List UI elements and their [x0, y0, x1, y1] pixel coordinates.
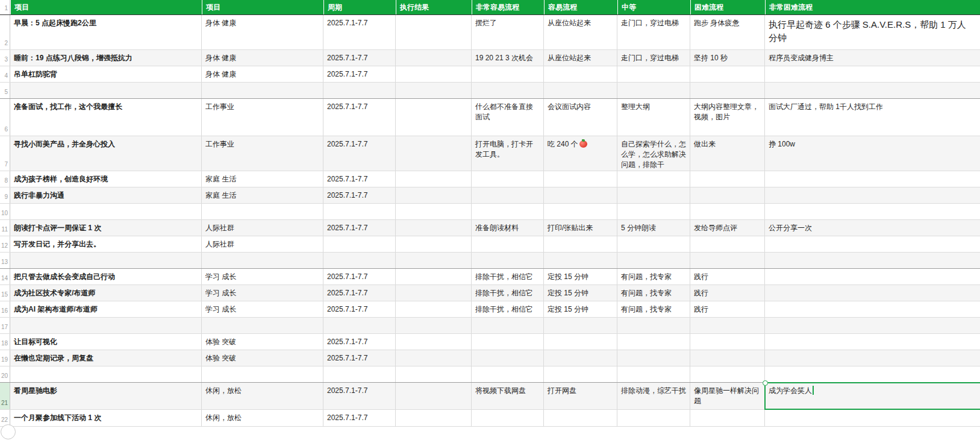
cell-r19-b[interactable]: 体验 突破 [202, 350, 323, 366]
cell-r16-g[interactable]: 有问题，找专家 [617, 301, 690, 317]
cell-r18-a[interactable]: 让目标可视化 [10, 334, 202, 350]
cell-r10-g[interactable] [617, 204, 690, 219]
cell-r22-d[interactable] [396, 410, 472, 426]
cell-r10-f[interactable] [544, 204, 617, 219]
cell-r17-a[interactable] [10, 318, 202, 333]
cell-r20-b[interactable] [202, 366, 323, 382]
cell-r10-b[interactable] [202, 204, 323, 219]
cell-r8-e[interactable] [472, 171, 544, 187]
row-number[interactable]: 14 [0, 269, 10, 284]
cell-r11-c[interactable]: 2025.7.1-7.7 [323, 220, 396, 236]
cell-r7-h[interactable]: 做出来 [690, 136, 765, 171]
cell-r15-h[interactable]: 践行 [690, 285, 765, 301]
cell-r22-c[interactable]: 2025.7.1-7.7 [323, 410, 396, 426]
cell-r7-g[interactable]: 自己探索学什么，怎么学，怎么求助解决问题，排除干 [617, 136, 690, 171]
cell-r4-f[interactable] [544, 66, 617, 82]
cell-r8-b[interactable]: 家庭 生活 [202, 171, 323, 187]
cell-r16-i[interactable] [765, 301, 980, 317]
cell-r16-a[interactable]: 成为AI 架构布道师/布道师 [10, 301, 202, 317]
editing-cell[interactable]: 成为学会笑人 [765, 383, 980, 409]
cell-r18-c[interactable]: 2025.7.1-7.7 [323, 334, 396, 350]
cell-r7-b[interactable]: 工作事业 [202, 136, 323, 171]
cell-r15-i[interactable] [765, 285, 980, 301]
cell-r6-e[interactable]: 什么都不准备直接面试 [472, 99, 544, 136]
cell-r6-c[interactable]: 2025.7.1-7.7 [323, 99, 396, 136]
cell-r8-a[interactable]: 成为孩子榜样，创造良好环境 [10, 171, 202, 187]
cell-r7-i[interactable]: 挣 100w [765, 136, 980, 171]
cell-r17-b[interactable] [202, 318, 323, 333]
cell-r21-c[interactable]: 2025.7.1-7.7 [323, 383, 396, 409]
cell-r12-i[interactable] [765, 236, 980, 252]
cell-r11-b[interactable]: 人际社群 [202, 220, 323, 236]
cell-r11-d[interactable] [396, 220, 472, 236]
cell-r7-a[interactable]: 寻找小而美产品，并全身心投入 [10, 136, 202, 171]
cell-r14-f[interactable]: 定投 15 分钟 [544, 269, 617, 284]
column-header-d[interactable]: 执行结果 [396, 0, 472, 14]
cell-r3-d[interactable] [396, 50, 472, 66]
cell-r9-i[interactable] [765, 187, 980, 203]
cell-r16-h[interactable]: 践行 [690, 301, 765, 317]
cell-r9-c[interactable]: 2025.7.1-7.7 [323, 187, 396, 203]
cell-r20-f[interactable] [544, 366, 617, 382]
cell-r19-i[interactable] [765, 350, 980, 366]
cell-r19-d[interactable] [396, 350, 472, 366]
cell-r18-e[interactable] [472, 334, 544, 350]
cell-r2-f[interactable]: 从座位站起来 [544, 15, 617, 49]
cell-r19-h[interactable] [690, 350, 765, 366]
row-number[interactable]: 9 [0, 187, 10, 203]
cell-r17-d[interactable] [396, 318, 472, 333]
cell-r18-f[interactable] [544, 334, 617, 350]
cell-r20-i[interactable] [765, 366, 980, 382]
cell-r16-d[interactable] [396, 301, 472, 317]
cell-r4-b[interactable]: 身体 健康 [202, 66, 323, 82]
cell-r9-g[interactable] [617, 187, 690, 203]
cell-r9-a[interactable]: 践行非暴力沟通 [10, 187, 202, 203]
cell-r14-h[interactable]: 践行 [690, 269, 765, 284]
cell-r11-h[interactable]: 发给导师点评 [690, 220, 765, 236]
cell-r22-a[interactable]: 一个月聚参加线下活动 1 次 [10, 410, 202, 426]
cell-r18-b[interactable]: 体验 突破 [202, 334, 323, 350]
cell-r11-g[interactable]: 5 分钟朗读 [617, 220, 690, 236]
cell-r14-c[interactable]: 2025.7.1-7.7 [323, 269, 396, 284]
cell-r16-e[interactable]: 排除干扰，相信它 [472, 301, 544, 317]
cell-r13-h[interactable] [690, 253, 765, 268]
column-header-h[interactable]: 困难流程 [690, 0, 765, 14]
column-header-f[interactable]: 容易流程 [544, 0, 617, 14]
cell-r5-b[interactable] [202, 83, 323, 98]
cell-r5-h[interactable] [690, 83, 765, 98]
cell-r2-c[interactable]: 2025.7.1-7.7 [323, 15, 396, 49]
cell-r20-d[interactable] [396, 366, 472, 382]
cell-r9-f[interactable] [544, 187, 617, 203]
cell-r5-i[interactable] [765, 83, 980, 98]
cell-r2-d[interactable] [396, 15, 472, 49]
cell-r13-f[interactable] [544, 253, 617, 268]
cell-r8-i[interactable] [765, 171, 980, 187]
cell-r4-i[interactable] [765, 66, 980, 82]
cell-r15-a[interactable]: 成为社区技术专家/布道师 [10, 285, 202, 301]
cell-r7-e[interactable]: 打开电脑，打卡开发工具。 [472, 136, 544, 171]
row-number[interactable]: 15 [0, 285, 10, 301]
cell-r2-g[interactable]: 走门口，穿过电梯 [617, 15, 690, 49]
cell-r19-c[interactable]: 2025.7.1-7.7 [323, 350, 396, 366]
cell-r20-h[interactable] [690, 366, 765, 382]
cell-r22-b[interactable]: 休闲，放松 [202, 410, 323, 426]
cell-r8-g[interactable] [617, 171, 690, 187]
cell-r22-f[interactable] [544, 410, 617, 426]
cell-r4-h[interactable] [690, 66, 765, 82]
cell-r12-e[interactable] [472, 236, 544, 252]
row-number[interactable]: 6 [0, 99, 10, 136]
cell-r8-h[interactable] [690, 171, 765, 187]
cell-r2-h[interactable]: 跑步 身体疲惫 [690, 15, 765, 49]
cell-r16-b[interactable]: 学习 成长 [202, 301, 323, 317]
cell-r3-f[interactable]: 从座位站起来 [544, 50, 617, 66]
cell-r15-b[interactable]: 学习 成长 [202, 285, 323, 301]
row-number[interactable]: 13 [0, 253, 10, 268]
column-header-e[interactable]: 非常容易流程 [472, 0, 544, 14]
cell-r13-d[interactable] [396, 253, 472, 268]
cell-r7-c[interactable]: 2025.7.1-7.7 [323, 136, 396, 171]
cell-r13-b[interactable] [202, 253, 323, 268]
cell-r14-a[interactable]: 把只管去做成长会变成自己行动 [10, 269, 202, 284]
column-header-c[interactable]: 周期 [323, 0, 396, 14]
cell-r6-i[interactable]: 面试大厂通过，帮助 1千人找到工作 [765, 99, 980, 136]
cell-r9-b[interactable]: 家庭 生活 [202, 187, 323, 203]
